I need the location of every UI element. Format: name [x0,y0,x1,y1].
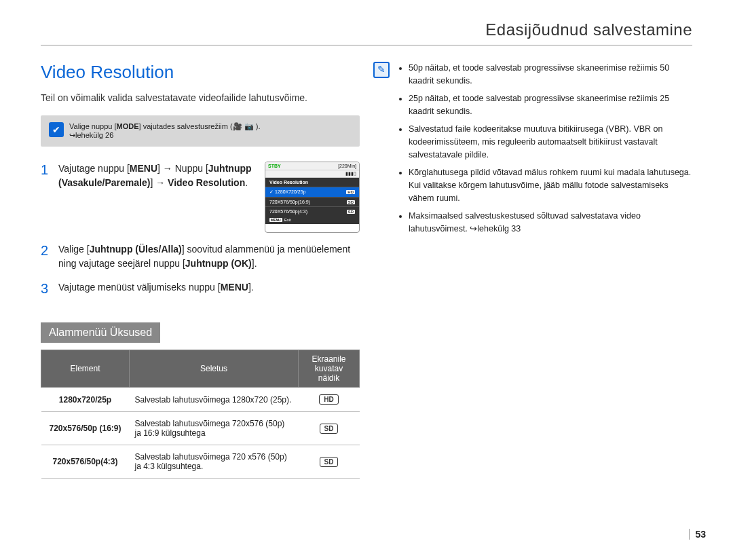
th-desc: Seletus [130,350,299,388]
note-text: Valige nuppu [MODE] vajutades salvestusr… [69,122,261,140]
time-left: [220Min] [338,164,356,168]
list-item: Maksimaalsed salvestuskestused sõltuvad … [409,210,692,236]
list-item: Salvestatud faile kodeeritakse muutuva b… [409,123,692,162]
table-row: 1280x720/25p Salvestab lahutusvõimega 12… [41,388,360,412]
menu-footer: MENU Exit [265,216,359,224]
sd-badge: SD [320,457,339,467]
submenu-header: Alammenüü Üksused [41,322,160,343]
step-1: 1 Vajutage nuppu [MENU] → Nuppu [Juhtnup… [41,162,360,233]
camera-screen-mock: STBY [220Min] ▮▮▮▯ Video Resolution ✓ 12… [265,162,360,233]
list-item: Kõrglahutusega pildid võtavad mälus rohk… [409,166,692,206]
list-item: 50p näitab, et toode salvestab progressi… [409,62,692,88]
check-icon: ✔ [49,122,64,137]
stby-label: STBY [268,164,281,168]
menu-title: Video Resolution [265,178,359,187]
right-note-list: 50p näitab, et toode salvestab progressi… [396,62,692,240]
battery-icon: ▮▮▮▯ [345,171,356,176]
th-element: Element [41,350,130,388]
sd-badge: SD [320,424,339,434]
page-number: 53 [689,529,706,540]
submenu-table: Element Seletus Ekraanile kuvatav näidik… [41,350,360,479]
table-row: 720x576/50p(4:3) Salvestab lahutusvõimeg… [41,445,360,479]
chapter-header: Edasijõudnud salvestamine [41,0,692,45]
right-note-box: ✎ 50p näitab, et toode salvestab progres… [373,62,692,240]
chapter-title: Edasijõudnud salvestamine [41,20,692,39]
menu-row-2[interactable]: 720X576/50p(4:3) SD [265,206,359,216]
step-3: 3 Vajutage menüüst väljumiseks nuppu [ME… [41,280,360,297]
list-item: 25p näitab, et toode salvestab progressi… [409,92,692,119]
step-2: 2 Valige [Juhtnupp (Üles/Alla)] soovitud… [41,242,360,271]
table-row: 720x576/50p (16:9) Salvestab lahutusvõim… [41,412,360,445]
page-title: Video Resolution [41,62,360,83]
menu-row-1[interactable]: 720X576/50p(16:9) SD [265,197,359,206]
menu-row-0[interactable]: ✓ 1280X720/25p HD [265,187,359,197]
note-box: ✔ Valige nuppu [MODE] vajutades salvestu… [41,115,360,147]
hd-badge: HD [319,394,338,405]
th-indicator: Ekraanile kuvatav näidik [299,350,360,388]
intro-text: Teil on võimalik valida salvestatavate v… [41,92,360,103]
pencil-icon: ✎ [373,62,390,78]
